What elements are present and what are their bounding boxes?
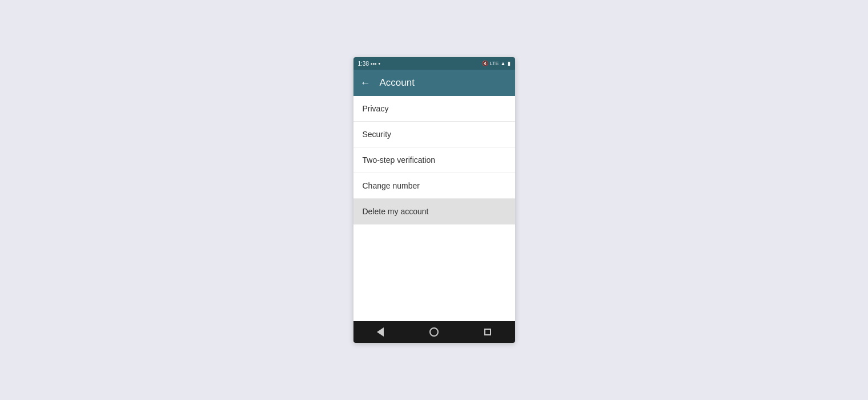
menu-list: Privacy Security Two-step verification C… [353,96,515,321]
nav-recent-button[interactable] [479,323,497,341]
menu-item-delete-account-label: Delete my account [363,207,429,216]
app-bar: ← Account [353,70,515,96]
signal-icon: ▲ [501,61,506,66]
status-icons: ▪▪▪ • [371,61,380,67]
status-bar-right: 🔇 LTE ▲ ▮ [482,61,511,66]
menu-item-security[interactable]: Security [353,122,515,147]
menu-item-two-step-label: Two-step verification [363,155,436,165]
status-time: 1:38 [358,61,369,67]
nav-back-button[interactable] [371,323,389,341]
back-triangle-icon [377,327,384,337]
nav-home-button[interactable] [425,323,443,341]
menu-item-privacy[interactable]: Privacy [353,96,515,122]
menu-item-privacy-label: Privacy [363,104,389,113]
recent-square-icon [484,329,491,335]
menu-item-delete-account[interactable]: Delete my account [353,199,515,225]
phone-frame: 1:38 ▪▪▪ • 🔇 LTE ▲ ▮ ← Account Privacy S… [353,57,515,343]
lte-label: LTE [490,61,499,66]
mute-icon: 🔇 [482,61,488,66]
menu-item-two-step[interactable]: Two-step verification [353,147,515,173]
nav-bar [353,321,515,343]
home-circle-icon [429,327,439,337]
status-bar-left: 1:38 ▪▪▪ • [358,61,380,67]
menu-empty-area [353,225,515,321]
menu-item-change-number[interactable]: Change number [353,173,515,199]
back-button[interactable]: ← [360,77,371,89]
app-bar-title: Account [380,77,415,89]
menu-item-security-label: Security [363,130,392,139]
menu-item-change-number-label: Change number [363,181,420,190]
battery-icon: ▮ [508,61,511,66]
status-bar: 1:38 ▪▪▪ • 🔇 LTE ▲ ▮ [353,57,515,70]
